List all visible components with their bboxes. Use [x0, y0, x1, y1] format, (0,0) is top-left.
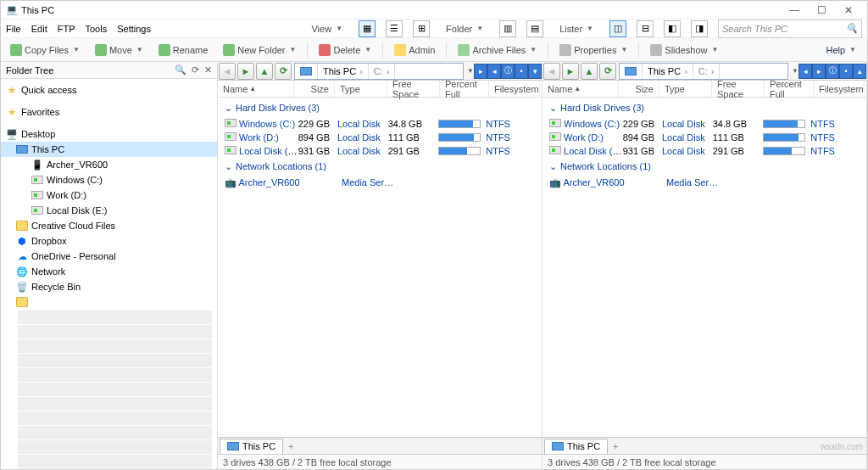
tree-recycle[interactable]: 🗑️Recycle Bin [1, 279, 217, 294]
column-headers[interactable]: Name ▲ Size Type Free Space Percent Full… [542, 81, 866, 98]
tabbar: This PC + [542, 437, 866, 454]
file-list: ⌄Hard Disk Drives (3) Windows (C:) 229 G… [218, 98, 542, 437]
tree-windows-c[interactable]: Windows (C:) [1, 172, 217, 187]
close-button[interactable]: ✕ [835, 4, 862, 16]
breadcrumb[interactable]: This PC › C: › [619, 63, 788, 80]
folder-opt-1[interactable]: ▥ [499, 20, 516, 37]
dropbox-icon: ⬢ [16, 235, 28, 247]
properties-button[interactable]: Properties▼ [554, 41, 633, 59]
folder-dropdown[interactable]: Folder▼ [440, 20, 489, 38]
tree-ccf[interactable]: Creative Cloud Files [1, 218, 217, 233]
tree-work-d[interactable]: Work (D:) [1, 187, 217, 203]
app-icon: 💻 [6, 4, 18, 16]
tree-network[interactable]: 🌐Network [1, 264, 217, 279]
back-button[interactable]: ◄ [543, 63, 560, 80]
pane-controls[interactable]: ◂▸ⓘ•▴ [798, 64, 866, 79]
tree-local-e[interactable]: Local Disk (E:) [1, 203, 217, 218]
lister-opt-2[interactable]: ⊟ [637, 20, 654, 37]
search-input[interactable]: Search This PC 🔍 [718, 20, 862, 38]
menu-settings[interactable]: Settings [117, 24, 151, 34]
drive-icon [549, 119, 561, 127]
new-tab-button[interactable]: + [283, 441, 298, 451]
drive-icon [31, 206, 43, 215]
column-headers[interactable]: Name ▲ Size Type Free Space Percent Full… [218, 81, 542, 98]
refresh-button[interactable]: ⟳ [599, 63, 616, 80]
breadcrumb[interactable]: This PC › C: › [294, 63, 464, 80]
view-mode-3[interactable]: ⊞ [413, 20, 430, 37]
drive-icon [225, 119, 236, 127]
admin-button[interactable]: Admin [388, 41, 441, 59]
crumb-dropdown[interactable]: ▼ [467, 67, 474, 75]
move-button[interactable]: Move▼ [89, 41, 149, 59]
refresh-button[interactable]: ⟳ [275, 63, 292, 80]
drive-row[interactable]: Local Disk (E:) 931 GB Local Disk 291 GB… [542, 144, 866, 158]
back-button[interactable]: ◄ [219, 63, 236, 80]
group-net[interactable]: ⌄Network Locations (1) [218, 158, 542, 176]
titlebar: 💻 This PC — ☐ ✕ [1, 1, 867, 20]
view-mode-2[interactable]: ☰ [386, 20, 403, 37]
sidebar-close-icon[interactable]: ✕ [204, 64, 212, 76]
minimize-button[interactable]: — [781, 4, 808, 16]
tree-dropbox[interactable]: ⬢Dropbox [1, 233, 217, 249]
drive-row[interactable]: Work (D:) 894 GB Local Disk 111 GB NTFS [542, 131, 866, 144]
help-button[interactable]: Help▼ [818, 41, 864, 59]
delete-button[interactable]: Delete▼ [313, 41, 377, 59]
slideshow-button[interactable]: Slideshow▼ [644, 41, 724, 59]
lister-opt-4[interactable]: ◨ [691, 20, 708, 37]
copy-files-button[interactable]: Copy Files▼ [4, 41, 86, 59]
new-tab-button[interactable]: + [608, 441, 623, 451]
window-title: This PC [21, 5, 54, 15]
maximize-button[interactable]: ☐ [808, 4, 835, 16]
tree-archer[interactable]: 📱Archer_VR600 [1, 157, 217, 172]
drive-row[interactable]: Local Disk (E:) 931 GB Local Disk 291 GB… [218, 144, 542, 158]
tree-folder[interactable] [1, 294, 217, 310]
tree-favorites[interactable]: ★Favorites [1, 104, 217, 120]
tree-onedrive[interactable]: ☁OneDrive - Personal [1, 249, 217, 264]
lister-opt-3[interactable]: ◧ [664, 20, 681, 37]
sidebar-refresh-icon[interactable]: ⟳ [192, 64, 199, 76]
folder-opt-2[interactable]: ▤ [526, 20, 543, 37]
forward-button[interactable]: ► [237, 63, 254, 80]
archive-button[interactable]: Archive Files▼ [452, 41, 542, 59]
tab-this-pc[interactable]: This PC [220, 439, 283, 454]
view-mode-1[interactable]: ▦ [359, 20, 376, 37]
view-dropdown[interactable]: View▼ [305, 20, 348, 38]
search-icon[interactable]: 🔍 [846, 23, 858, 34]
crumb-dropdown[interactable]: ▼ [792, 67, 798, 75]
tree-quick-access[interactable]: ★Quick access [1, 82, 217, 98]
tabbar: This PC + [218, 437, 542, 454]
tab-this-pc[interactable]: This PC [544, 439, 608, 454]
media-icon: 📺 [549, 176, 561, 188]
up-button[interactable]: ▲ [256, 63, 273, 80]
tree-this-pc[interactable]: This PC [1, 142, 217, 157]
folder-icon [16, 221, 28, 231]
pane-right: ◄ ► ▲ ⟳ This PC › C: › ▼ ◂▸ⓘ•▴ Name ▲ Si… [542, 62, 867, 469]
star-icon: ★ [6, 84, 18, 96]
menu-file[interactable]: File [6, 24, 21, 34]
rename-button[interactable]: Rename [153, 41, 214, 59]
group-hdd[interactable]: ⌄Hard Disk Drives (3) [218, 99, 542, 117]
menu-ftp[interactable]: FTP [58, 24, 75, 34]
menu-edit[interactable]: Edit [31, 24, 47, 34]
new-folder-button[interactable]: New Folder▼ [217, 41, 302, 59]
drive-row[interactable]: Windows (C:) 229 GB Local Disk 34.8 GB N… [218, 117, 542, 131]
netloc-row[interactable]: 📺 Archer_VR600 Media Server [218, 176, 542, 189]
pc-icon [16, 145, 28, 154]
group-net[interactable]: ⌄Network Locations (1) [542, 158, 866, 176]
status-bar: 3 drives 438 GB / 2 TB free local storag… [542, 454, 866, 469]
nav-bar: ◄ ► ▲ ⟳ This PC › C: › ▼ ▸◂ⓘ•▾ [218, 62, 542, 81]
group-hdd[interactable]: ⌄Hard Disk Drives (3) [542, 99, 866, 117]
forward-button[interactable]: ► [562, 63, 579, 80]
tree-desktop[interactable]: 🖥️Desktop [1, 126, 217, 142]
drive-row[interactable]: Windows (C:) 229 GB Local Disk 34.8 GB N… [542, 117, 866, 131]
sidebar-title: Folder Tree [6, 65, 53, 76]
lister-opt-1[interactable]: ◫ [609, 20, 626, 37]
sidebar-search-icon[interactable]: 🔍 [175, 64, 186, 76]
netloc-row[interactable]: 📺 Archer_VR600 Media Server [542, 176, 866, 189]
pane-controls[interactable]: ▸◂ⓘ•▾ [474, 64, 542, 79]
network-icon: 🌐 [16, 266, 28, 277]
drive-row[interactable]: Work (D:) 894 GB Local Disk 111 GB NTFS [218, 131, 542, 144]
lister-dropdown[interactable]: Lister▼ [554, 20, 599, 38]
menu-tools[interactable]: Tools [85, 24, 107, 34]
up-button[interactable]: ▲ [581, 63, 598, 80]
